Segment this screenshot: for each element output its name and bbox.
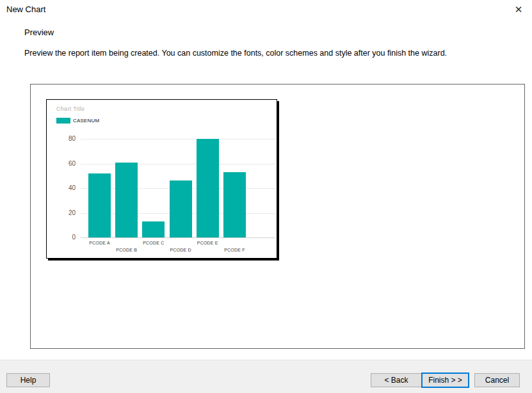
finish-button[interactable]: Finish > > bbox=[421, 373, 469, 388]
cancel-button[interactable]: Cancel bbox=[474, 373, 520, 387]
x-axis-tick-label: PCODE A bbox=[74, 241, 125, 245]
x-axis-tick-label: PCODE B bbox=[101, 248, 152, 252]
gridline bbox=[81, 139, 275, 140]
gridline bbox=[81, 164, 275, 164]
y-axis-tick-label: 0 bbox=[55, 234, 76, 241]
step-title: Preview bbox=[24, 28, 54, 37]
gridline bbox=[81, 237, 275, 238]
bar bbox=[88, 173, 111, 237]
y-axis-tick-label: 80 bbox=[55, 135, 76, 142]
y-axis-tick-label: 20 bbox=[55, 209, 76, 216]
x-axis-tick-label: PCODE F bbox=[209, 248, 261, 252]
step-description: Preview the report item being created. Y… bbox=[24, 49, 447, 58]
legend-label: CASENUM bbox=[73, 118, 99, 124]
x-axis-tick-label: PCODE E bbox=[182, 241, 233, 245]
plot-area: 020406080PCODE APCODE BPCODE CPCODE DPCO… bbox=[81, 139, 275, 237]
legend-swatch bbox=[56, 118, 70, 124]
chart-preview: Chart Title CASENUM 020406080PCODE APCOD… bbox=[46, 99, 277, 259]
new-chart-wizard-dialog: New Chart ✕ Preview Preview the report i… bbox=[0, 0, 532, 393]
bar bbox=[197, 139, 219, 237]
help-button[interactable]: Help bbox=[6, 373, 50, 387]
x-axis-tick-label: PCODE D bbox=[155, 248, 206, 252]
bar bbox=[170, 180, 192, 237]
x-axis-tick-label: PCODE C bbox=[128, 241, 179, 245]
chart-title: Chart Title bbox=[56, 106, 85, 112]
bar bbox=[115, 163, 138, 237]
close-icon[interactable]: ✕ bbox=[509, 1, 528, 18]
chart-legend: CASENUM bbox=[56, 118, 99, 124]
bar bbox=[142, 221, 165, 237]
button-bar: Help < Back Finish > > Cancel bbox=[0, 360, 532, 393]
y-axis-tick-label: 60 bbox=[55, 160, 76, 167]
preview-panel: Chart Title CASENUM 020406080PCODE APCOD… bbox=[30, 84, 525, 349]
back-button[interactable]: < Back bbox=[371, 373, 422, 387]
bar bbox=[223, 172, 246, 237]
window-title: New Chart bbox=[6, 4, 45, 14]
y-axis-tick-label: 40 bbox=[55, 184, 76, 191]
